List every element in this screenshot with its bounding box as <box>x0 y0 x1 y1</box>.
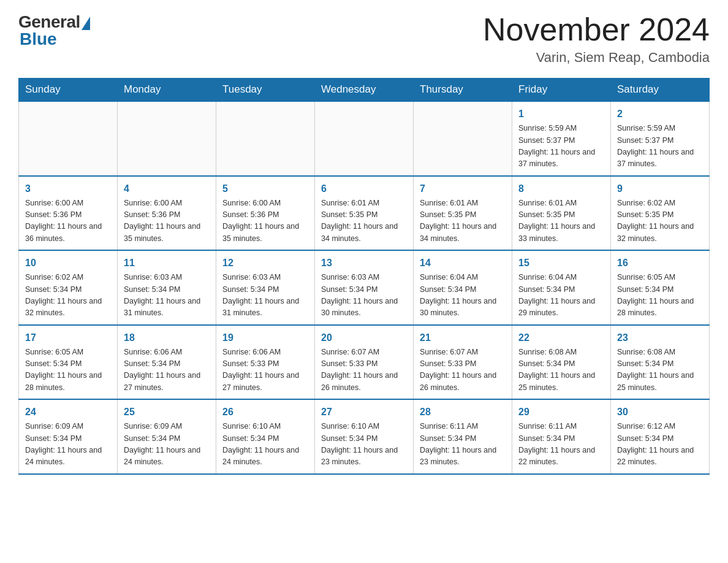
day-info: Sunrise: 6:10 AM Sunset: 5:34 PM Dayligh… <box>222 421 308 469</box>
day-info: Sunrise: 5:59 AM Sunset: 5:37 PM Dayligh… <box>617 123 703 170</box>
day-info: Sunrise: 6:10 AM Sunset: 5:34 PM Dayligh… <box>321 421 407 469</box>
calendar-cell: 13Sunrise: 6:03 AM Sunset: 5:34 PM Dayli… <box>315 250 414 325</box>
day-number: 21 <box>420 331 506 345</box>
calendar-cell <box>414 101 512 176</box>
day-info: Sunrise: 6:06 AM Sunset: 5:33 PM Dayligh… <box>222 347 308 394</box>
calendar-header-saturday: Saturday <box>611 79 710 102</box>
calendar-cell: 28Sunrise: 6:11 AM Sunset: 5:34 PM Dayli… <box>414 399 512 474</box>
calendar-cell: 30Sunrise: 6:12 AM Sunset: 5:34 PM Dayli… <box>611 399 710 474</box>
day-number: 25 <box>124 405 210 419</box>
logo-blue-text: Blue <box>20 29 57 49</box>
day-info: Sunrise: 6:00 AM Sunset: 5:36 PM Dayligh… <box>124 197 210 245</box>
day-info: Sunrise: 6:08 AM Sunset: 5:34 PM Dayligh… <box>617 347 703 394</box>
day-info: Sunrise: 6:01 AM Sunset: 5:35 PM Dayligh… <box>321 197 407 245</box>
day-info: Sunrise: 6:00 AM Sunset: 5:36 PM Dayligh… <box>222 197 308 245</box>
location-title: Varin, Siem Reap, Cambodia <box>483 50 710 66</box>
day-info: Sunrise: 6:03 AM Sunset: 5:34 PM Dayligh… <box>321 272 407 320</box>
calendar-cell <box>216 101 315 176</box>
logo: General Blue <box>18 12 90 49</box>
day-info: Sunrise: 6:07 AM Sunset: 5:33 PM Dayligh… <box>420 347 506 394</box>
calendar-cell <box>315 101 414 176</box>
calendar-cell: 27Sunrise: 6:10 AM Sunset: 5:34 PM Dayli… <box>315 399 414 474</box>
day-number: 20 <box>321 331 407 345</box>
day-info: Sunrise: 6:09 AM Sunset: 5:34 PM Dayligh… <box>25 421 111 469</box>
day-number: 8 <box>518 182 604 196</box>
day-number: 2 <box>617 107 703 121</box>
day-number: 14 <box>420 256 506 270</box>
day-number: 17 <box>25 331 111 345</box>
day-number: 7 <box>420 182 506 196</box>
day-number: 30 <box>617 405 703 419</box>
day-number: 13 <box>321 256 407 270</box>
day-number: 11 <box>124 256 210 270</box>
calendar-cell: 3Sunrise: 6:00 AM Sunset: 5:36 PM Daylig… <box>19 176 118 251</box>
day-number: 23 <box>617 331 703 345</box>
title-block: November 2024 Varin, Siem Reap, Cambodia <box>483 12 710 66</box>
day-info: Sunrise: 6:07 AM Sunset: 5:33 PM Dayligh… <box>321 347 407 394</box>
calendar-cell: 25Sunrise: 6:09 AM Sunset: 5:34 PM Dayli… <box>118 399 216 474</box>
calendar-header-friday: Friday <box>512 79 611 102</box>
day-info: Sunrise: 6:06 AM Sunset: 5:34 PM Dayligh… <box>124 347 210 394</box>
day-info: Sunrise: 6:01 AM Sunset: 5:35 PM Dayligh… <box>518 197 604 245</box>
day-number: 29 <box>518 405 604 419</box>
calendar-week-row: 1Sunrise: 5:59 AM Sunset: 5:37 PM Daylig… <box>19 101 710 176</box>
calendar-table: SundayMondayTuesdayWednesdayThursdayFrid… <box>18 78 710 475</box>
day-info: Sunrise: 5:59 AM Sunset: 5:37 PM Dayligh… <box>518 123 604 170</box>
calendar-cell: 22Sunrise: 6:08 AM Sunset: 5:34 PM Dayli… <box>512 325 611 400</box>
day-number: 22 <box>518 331 604 345</box>
day-number: 24 <box>25 405 111 419</box>
calendar-cell <box>118 101 216 176</box>
day-info: Sunrise: 6:04 AM Sunset: 5:34 PM Dayligh… <box>420 272 506 320</box>
calendar-header-tuesday: Tuesday <box>216 79 315 102</box>
day-info: Sunrise: 6:05 AM Sunset: 5:34 PM Dayligh… <box>25 347 111 394</box>
day-info: Sunrise: 6:08 AM Sunset: 5:34 PM Dayligh… <box>518 347 604 394</box>
calendar-week-row: 17Sunrise: 6:05 AM Sunset: 5:34 PM Dayli… <box>19 325 710 400</box>
day-info: Sunrise: 6:01 AM Sunset: 5:35 PM Dayligh… <box>420 197 506 245</box>
day-info: Sunrise: 6:12 AM Sunset: 5:34 PM Dayligh… <box>617 421 703 469</box>
calendar-cell: 15Sunrise: 6:04 AM Sunset: 5:34 PM Dayli… <box>512 250 611 325</box>
calendar-cell: 8Sunrise: 6:01 AM Sunset: 5:35 PM Daylig… <box>512 176 611 251</box>
day-number: 4 <box>124 182 210 196</box>
day-number: 15 <box>518 256 604 270</box>
calendar-cell: 1Sunrise: 5:59 AM Sunset: 5:37 PM Daylig… <box>512 101 611 176</box>
day-number: 26 <box>222 405 308 419</box>
calendar-cell: 19Sunrise: 6:06 AM Sunset: 5:33 PM Dayli… <box>216 325 315 400</box>
day-number: 9 <box>617 182 703 196</box>
calendar-week-row: 10Sunrise: 6:02 AM Sunset: 5:34 PM Dayli… <box>19 250 710 325</box>
day-number: 10 <box>25 256 111 270</box>
calendar-cell: 23Sunrise: 6:08 AM Sunset: 5:34 PM Dayli… <box>611 325 710 400</box>
day-number: 28 <box>420 405 506 419</box>
calendar-cell: 21Sunrise: 6:07 AM Sunset: 5:33 PM Dayli… <box>414 325 512 400</box>
calendar-cell: 18Sunrise: 6:06 AM Sunset: 5:34 PM Dayli… <box>118 325 216 400</box>
calendar-cell: 14Sunrise: 6:04 AM Sunset: 5:34 PM Dayli… <box>414 250 512 325</box>
calendar-week-row: 24Sunrise: 6:09 AM Sunset: 5:34 PM Dayli… <box>19 399 710 474</box>
calendar-cell: 9Sunrise: 6:02 AM Sunset: 5:35 PM Daylig… <box>611 176 710 251</box>
day-info: Sunrise: 6:11 AM Sunset: 5:34 PM Dayligh… <box>420 421 506 469</box>
day-info: Sunrise: 6:05 AM Sunset: 5:34 PM Dayligh… <box>617 272 703 320</box>
calendar-header-monday: Monday <box>118 79 216 102</box>
day-info: Sunrise: 6:02 AM Sunset: 5:34 PM Dayligh… <box>25 272 111 320</box>
day-info: Sunrise: 6:09 AM Sunset: 5:34 PM Dayligh… <box>124 421 210 469</box>
day-number: 12 <box>222 256 308 270</box>
calendar-week-row: 3Sunrise: 6:00 AM Sunset: 5:36 PM Daylig… <box>19 176 710 251</box>
day-info: Sunrise: 6:11 AM Sunset: 5:34 PM Dayligh… <box>518 421 604 469</box>
day-info: Sunrise: 6:03 AM Sunset: 5:34 PM Dayligh… <box>124 272 210 320</box>
day-number: 1 <box>518 107 604 121</box>
calendar-cell: 17Sunrise: 6:05 AM Sunset: 5:34 PM Dayli… <box>19 325 118 400</box>
calendar-cell: 16Sunrise: 6:05 AM Sunset: 5:34 PM Dayli… <box>611 250 710 325</box>
day-info: Sunrise: 6:02 AM Sunset: 5:35 PM Dayligh… <box>617 197 703 245</box>
day-number: 6 <box>321 182 407 196</box>
calendar-cell: 12Sunrise: 6:03 AM Sunset: 5:34 PM Dayli… <box>216 250 315 325</box>
day-number: 5 <box>222 182 308 196</box>
day-number: 3 <box>25 182 111 196</box>
calendar-cell: 11Sunrise: 6:03 AM Sunset: 5:34 PM Dayli… <box>118 250 216 325</box>
day-number: 27 <box>321 405 407 419</box>
calendar-cell: 7Sunrise: 6:01 AM Sunset: 5:35 PM Daylig… <box>414 176 512 251</box>
calendar-cell: 20Sunrise: 6:07 AM Sunset: 5:33 PM Dayli… <box>315 325 414 400</box>
calendar-cell: 29Sunrise: 6:11 AM Sunset: 5:34 PM Dayli… <box>512 399 611 474</box>
calendar-cell: 4Sunrise: 6:00 AM Sunset: 5:36 PM Daylig… <box>118 176 216 251</box>
logo-triangle-icon <box>82 17 90 30</box>
day-number: 19 <box>222 331 308 345</box>
day-number: 16 <box>617 256 703 270</box>
calendar-cell: 2Sunrise: 5:59 AM Sunset: 5:37 PM Daylig… <box>611 101 710 176</box>
